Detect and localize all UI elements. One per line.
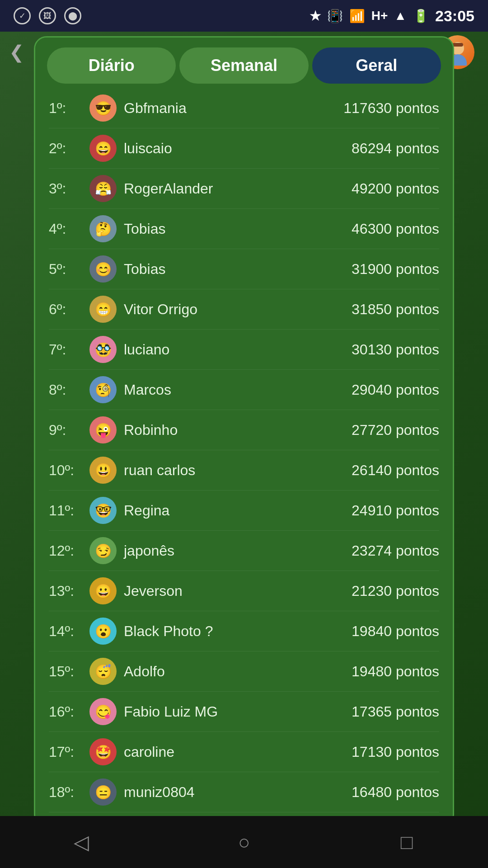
player-name: Tobias: [124, 221, 352, 237]
player-avatar: 😋: [89, 698, 117, 725]
player-name: Adolfo: [124, 663, 352, 680]
player-avatar: 😜: [89, 416, 117, 443]
player-name: RogerAlander: [124, 180, 352, 197]
player-score: 16480 pontos: [352, 784, 439, 801]
rank-label: 15º:: [49, 663, 89, 680]
player-score: 19480 pontos: [352, 663, 439, 680]
table-row: 4º: 🤔 Tobias 46300 pontos: [49, 209, 439, 249]
table-row: 11º: 🤓 Regina 24910 pontos: [49, 491, 439, 531]
tab-geral[interactable]: Geral: [312, 47, 441, 84]
rank-label: 11º:: [49, 502, 89, 519]
status-icons: ✓ 🖼 ⬤: [14, 7, 81, 24]
rank-label: 12º:: [49, 542, 89, 559]
rank-label: 9º:: [49, 422, 89, 439]
nav-home-button[interactable]: ○: [226, 824, 262, 860]
table-row: 17º: 🤩 caroline 17130 pontos: [49, 732, 439, 772]
rank-label: 5º:: [49, 261, 89, 278]
player-avatar: 😊: [89, 255, 117, 283]
rank-label: 14º:: [49, 623, 89, 640]
rank-label: 16º:: [49, 703, 89, 720]
player-avatar: 😮: [89, 618, 117, 645]
player-score: 29040 pontos: [352, 382, 439, 398]
bluetooth-icon: ★: [310, 9, 321, 24]
player-name: Regina: [124, 502, 352, 519]
player-score: 49200 pontos: [352, 180, 439, 197]
player-avatar: 🧐: [89, 376, 117, 403]
player-score: 117630 pontos: [343, 100, 439, 117]
table-row: 8º: 🧐 Marcos 29040 pontos: [49, 370, 439, 410]
table-row: 16º: 😋 Fabio Luiz MG 17365 pontos: [49, 692, 439, 732]
player-score: 31900 pontos: [352, 261, 439, 278]
player-avatar: 🥸: [89, 336, 117, 363]
player-avatar: 😑: [89, 778, 117, 806]
rank-label: 13º:: [49, 583, 89, 599]
player-name: Marcos: [124, 382, 352, 398]
tab-bar: Diário Semanal Geral: [35, 38, 453, 84]
player-score: 23274 pontos: [352, 542, 439, 559]
player-avatar: 😏: [89, 537, 117, 564]
rank-label: 8º:: [49, 382, 89, 398]
rank-label: 6º:: [49, 301, 89, 318]
player-avatar: 🤓: [89, 497, 117, 524]
rank-label: 1º:: [49, 100, 89, 117]
status-bar: ✓ 🖼 ⬤ ★ 📳 📶 H+ ▲ 🔋 23:05: [0, 0, 488, 32]
player-score: 17365 pontos: [352, 703, 439, 720]
player-score: 27720 pontos: [352, 422, 439, 439]
player-score: 21230 pontos: [352, 583, 439, 599]
player-avatar: 😎: [89, 94, 117, 122]
player-name: muniz0804: [124, 784, 352, 801]
table-row: 12º: 😏 japonês 23274 pontos: [49, 531, 439, 571]
leaderboard-modal: Diário Semanal Geral 1º: 😎 Gbfmania 1176…: [34, 36, 454, 827]
player-name: Gbfmania: [124, 100, 343, 117]
table-row: 15º: 😴 Adolfo 19480 pontos: [49, 651, 439, 692]
table-row: 7º: 🥸 luciano 30130 pontos: [49, 330, 439, 370]
player-avatar: 😀: [89, 577, 117, 604]
player-score: 26140 pontos: [352, 462, 439, 479]
rank-label: 3º:: [49, 180, 89, 197]
rank-label: 7º:: [49, 341, 89, 358]
rank-label: 2º:: [49, 140, 89, 157]
player-name: Vitor Orrigo: [124, 301, 352, 318]
signal-bars: ▲: [394, 9, 407, 23]
table-row: 10º: 😃 ruan carlos 26140 pontos: [49, 450, 439, 491]
tab-diario[interactable]: Diário: [47, 47, 176, 84]
player-name: ruan carlos: [124, 462, 352, 479]
player-avatar: 😃: [89, 457, 117, 484]
nav-bar: ◁ ○ □: [0, 816, 488, 868]
table-row: 6º: 😁 Vitor Orrigo 31850 pontos: [49, 289, 439, 330]
table-row: 2º: 😄 luiscaio 86294 pontos: [49, 128, 439, 169]
player-avatar: 🤩: [89, 738, 117, 765]
player-name: luiscaio: [124, 140, 352, 157]
table-row: 1º: 😎 Gbfmania 117630 pontos: [49, 88, 439, 128]
table-row: 14º: 😮 Black Photo ? 19840 pontos: [49, 611, 439, 651]
table-row: 5º: 😊 Tobias 31900 pontos: [49, 249, 439, 289]
player-name: japonês: [124, 542, 352, 559]
tab-semanal[interactable]: Semanal: [179, 47, 308, 84]
player-name: Tobias: [124, 261, 352, 278]
nav-recent-button[interactable]: □: [389, 824, 425, 860]
player-score: 19840 pontos: [352, 623, 439, 640]
player-score: 30130 pontos: [352, 341, 439, 358]
message-icon: ✓: [14, 7, 31, 24]
rank-label: 17º:: [49, 744, 89, 760]
player-avatar: 😄: [89, 135, 117, 162]
table-row: 13º: 😀 Jeverson 21230 pontos: [49, 571, 439, 611]
table-row: 9º: 😜 Robinho 27720 pontos: [49, 410, 439, 450]
player-avatar: 😁: [89, 296, 117, 323]
table-row: 18º: 😑 muniz0804 16480 pontos: [49, 772, 439, 812]
vibrate-icon: 📳: [327, 9, 343, 24]
app-background: ❮ 89214 pontos Diário Semanal Geral 1º: …: [0, 32, 488, 868]
clock: 23:05: [435, 7, 474, 25]
modal-overlay: Diário Semanal Geral 1º: 😎 Gbfmania 1176…: [0, 32, 488, 868]
player-avatar: 😤: [89, 175, 117, 202]
rank-label: 18º:: [49, 784, 89, 801]
wifi-icon: 📶: [349, 9, 365, 24]
player-name: luciano: [124, 341, 352, 358]
player-score: 24910 pontos: [352, 502, 439, 519]
player-name: Fabio Luiz MG: [124, 703, 352, 720]
player-avatar: 🤔: [89, 215, 117, 242]
player-name: Black Photo ?: [124, 623, 352, 640]
player-score: 17130 pontos: [352, 744, 439, 760]
nav-back-button[interactable]: ◁: [63, 824, 99, 860]
player-avatar: 😴: [89, 658, 117, 685]
